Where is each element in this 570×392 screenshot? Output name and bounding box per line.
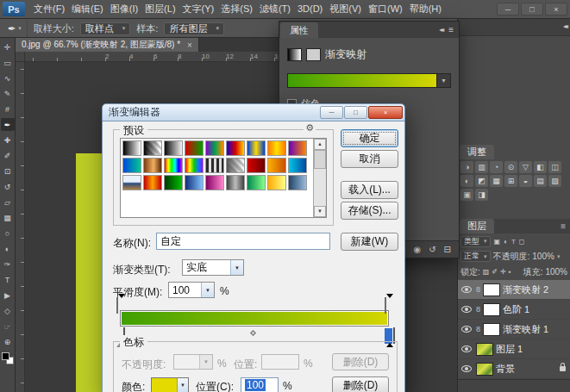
lock-image-pixels-icon[interactable]: ✐ [492,268,498,276]
gradient-preset-25[interactable] [247,175,266,190]
gradient-preset-16[interactable] [247,158,266,173]
preset-scrollbar[interactable]: ▲ ▼ [313,139,326,217]
opacity-stop-right[interactable] [385,298,392,314]
window-maximize-button[interactable]: □ [521,3,543,16]
stop-color-swatch[interactable]: ▼ [151,377,189,392]
gradient-preset-11[interactable] [143,158,162,173]
eyedropper-tool[interactable]: ✒ [1,118,15,131]
sample-layers-select[interactable]: 所有图层 ▾ [164,22,224,35]
collapse-panels-icon[interactable]: ◂◂ [563,22,567,30]
presets-menu-gear-icon[interactable]: ⚙ [304,122,316,134]
layer-thumbnail[interactable] [476,363,493,376]
gradient-preset-6[interactable] [226,140,245,156]
tab-close-icon[interactable]: × [187,40,192,50]
window-minimize-button[interactable]: ─ [497,3,519,16]
gradient-preset-4[interactable] [185,140,204,156]
adjustment-threshold-icon[interactable]: ▨ [548,175,561,187]
gradient-map-preview[interactable]: ▼ [287,73,451,88]
path-selection-tool[interactable]: ▶ [1,289,15,302]
gradient-preset-15[interactable] [226,158,245,173]
gradient-preset-12[interactable] [164,158,183,173]
adjustment-channel-mixer-icon[interactable]: ▦ [490,175,503,187]
gradient-preset-24[interactable] [226,175,245,190]
menu-item-9[interactable]: 视图(V) [326,0,365,18]
brush-tool[interactable]: ✐ [1,149,15,162]
visibility-eye-icon[interactable] [461,365,472,372]
load-button[interactable]: 载入(L)... [341,181,398,199]
sample-size-select[interactable]: 取样点 ▾ [80,22,131,35]
clone-stamp-tool[interactable]: ⊡ [1,165,15,177]
stop-location-input[interactable] [261,354,299,370]
gradient-edit-bar[interactable] [120,310,389,327]
panel-menu-icon[interactable]: ≡ [561,219,566,233]
crop-tool[interactable]: # [1,103,15,115]
filter-adjustment-layers-icon[interactable]: ◐ [504,238,508,246]
opacity-stop-left[interactable] [116,298,124,314]
document-tab[interactable]: 0.jpg @ 66.7% (渐变映射 2, 图层蒙版/8) * × [16,38,199,52]
layer-mask-thumbnail[interactable] [483,323,500,336]
gradient-preset-21[interactable] [164,175,183,190]
gradient-preset-14[interactable] [205,158,224,173]
gradient-preset-23[interactable] [205,175,224,190]
gradient-preset-1[interactable] [122,140,141,156]
blend-mode-select[interactable]: 正常 ▾ [460,251,491,262]
adjustment-posterize-icon[interactable]: ▤ [534,175,547,187]
adjustment-gradient-map-icon[interactable]: ▣ [460,189,473,201]
adjustment-curves-icon[interactable]: ◔ [490,161,503,173]
gradient-preset-8[interactable] [267,140,286,156]
healing-brush-tool[interactable]: ✚ [1,134,15,146]
visibility-eye-icon[interactable] [461,286,472,293]
lasso-tool[interactable]: ∿ [1,72,15,84]
layer-row-1[interactable]: 8渐变映射 2 [458,280,570,300]
layer-row-4[interactable]: 图层 1 [458,339,570,359]
tab-properties[interactable]: 属性 [280,22,318,38]
menu-item-4[interactable]: 图层(L) [141,0,179,18]
properties-panel-header[interactable]: 属性 ◂◂ ≡ [279,22,459,38]
move-tool[interactable]: ✛ [1,40,15,53]
gradient-type-select[interactable]: 实底 ▼ [182,259,244,276]
adjustment-invert-icon[interactable]: ◒ [519,175,532,187]
chevron-down-icon[interactable]: ▼ [201,283,214,297]
gradient-preset-5[interactable] [205,140,224,156]
lock-position-icon[interactable]: ✛ [500,268,506,276]
lock-all-icon[interactable]: ▪ [509,268,511,276]
gradient-preset-20[interactable] [143,175,162,190]
menu-item-10[interactable]: 窗口(W) [365,0,406,18]
chevron-down-icon[interactable]: ▼ [230,260,243,275]
gradient-preset-22[interactable] [185,175,204,190]
ok-button[interactable]: 确定 [341,129,398,147]
dialog-maximize-button[interactable]: □ [344,106,367,119]
foreground-color-swatch[interactable] [2,352,9,360]
blur-tool[interactable]: ○ [1,227,15,240]
adjustment-exposure-icon[interactable]: ⊙ [504,161,517,173]
color-swatch-fill[interactable] [152,378,177,392]
delete-color-stop-button[interactable]: 删除(D) [332,376,389,392]
delete-adjustment-icon[interactable]: ⊟ [444,245,451,254]
menu-item-8[interactable]: 3D(D) [294,0,326,18]
gradient-preset-26[interactable] [267,175,286,190]
menu-item-11[interactable]: 帮助(H) [406,0,445,18]
menu-item-2[interactable]: 编辑(E) [68,0,107,18]
gradient-preview-strip[interactable] [287,73,437,88]
gradient-picker-arrow-icon[interactable]: ▼ [437,73,451,88]
gradient-preset-2[interactable] [143,140,162,156]
tab-layers[interactable]: 图层 [460,219,494,233]
collapse-panel-icon[interactable]: ◂◂ [439,26,442,34]
gradient-preset-9[interactable] [288,140,307,156]
filter-type-layers-icon[interactable]: T [511,238,516,246]
filter-shape-layers-icon[interactable]: ◻ [519,238,525,246]
gradient-preset-10[interactable] [122,158,141,173]
gradient-preset-19[interactable] [122,175,141,190]
current-tool-preview[interactable]: ✒ ▾ [3,20,28,37]
history-brush-tool[interactable]: ↺ [1,180,15,193]
scroll-down-icon[interactable]: ▼ [314,206,326,217]
fill-value[interactable]: 100% [545,267,567,277]
hand-tool[interactable]: ☞ [1,320,15,333]
eraser-tool[interactable]: ▱ [1,196,15,208]
adjustment-color-balance-icon[interactable]: ◫ [548,161,561,173]
gradient-preset-27[interactable] [288,175,307,190]
adjustment-selective-color-icon[interactable]: ◨ [475,189,488,201]
new-button[interactable]: 新建(W) [341,233,398,251]
visibility-eye-icon[interactable] [461,326,472,333]
tab-adjustments[interactable]: 调整 [460,145,494,159]
